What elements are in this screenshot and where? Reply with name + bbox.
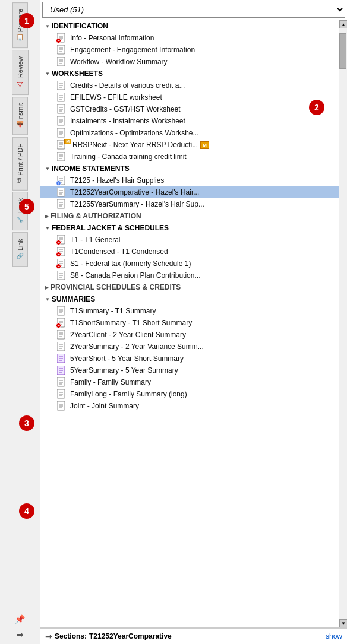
item-5yearshort[interactable]: 5YearShort - 5 Year Short Summary xyxy=(40,353,339,364)
group-filing[interactable]: ▶ FILING & AUTHORIZATION xyxy=(40,210,339,222)
show-link[interactable]: show xyxy=(326,632,342,640)
item-t21255year[interactable]: T21255YearSummary - Hazel's Hair Sup... xyxy=(40,198,339,210)
expand-identification: ▼ xyxy=(45,24,50,29)
item-t1condensed[interactable]: − T1Condensed - T1 Condensed xyxy=(40,246,339,258)
scrollbar-thumb[interactable] xyxy=(339,33,346,69)
t2125-icon: ? xyxy=(57,176,68,185)
item-engagement[interactable]: Engagement - Engagement Information xyxy=(40,44,339,56)
scrollbar-track[interactable] xyxy=(339,28,347,619)
item-2yearsummary[interactable]: 2YearSummary - 2 Year Variance Summ... xyxy=(40,341,339,353)
2yearclient-label: 2YearClient - 2 Year Client Summary xyxy=(70,331,186,339)
2yearsummary-icon xyxy=(57,342,68,351)
tab-review[interactable]: ⚠ Review xyxy=(12,50,29,95)
item-t1[interactable]: − T1 - T1 General xyxy=(40,234,339,246)
2yearclient-icon xyxy=(57,330,68,340)
rrspnext-label: RRSPNext - Next Year RRSP Deducti... xyxy=(72,141,198,149)
joint-label: Joint - Joint Summary xyxy=(70,402,139,410)
item-t1shortsummary[interactable]: − T1ShortSummary - T1 Short Summary xyxy=(40,317,339,329)
t21252year-label: T21252YearComparative - Hazel's Hair... xyxy=(70,188,199,196)
tab-transmit[interactable]: 📤 nsmit xyxy=(12,97,28,135)
workflow-label: Workflow - Workflow Summary xyxy=(70,58,168,66)
main-panel: Used (51) ▼ IDENTIFICATION − xyxy=(40,0,347,644)
expand-summaries: ▼ xyxy=(45,297,50,302)
item-gstcredits[interactable]: GSTCredits - GST/HST Worksheet xyxy=(40,103,339,115)
provincial-label: PROVINCIAL SCHEDULES & CREDITS xyxy=(51,283,181,291)
status-arrow-icon: ➡ xyxy=(45,632,52,641)
info-icon: − xyxy=(57,33,68,43)
item-workflow[interactable]: Workflow - Workflow Summary xyxy=(40,56,339,68)
item-2yearclient[interactable]: 2YearClient - 2 Year Client Summary xyxy=(40,329,339,341)
credits-icon xyxy=(57,81,68,90)
item-t21252year[interactable]: T21252YearComparative - Hazel's Hair... xyxy=(40,186,339,198)
print-icon: 🖨 xyxy=(17,177,24,183)
tree-container[interactable]: ▼ IDENTIFICATION − Info - Personal Infor… xyxy=(40,20,339,627)
transmit-icon: 📤 xyxy=(17,122,23,129)
gstcredits-icon xyxy=(57,104,68,114)
link-label: Link xyxy=(17,239,24,250)
engagement-icon xyxy=(57,45,68,55)
optimizations-icon xyxy=(57,128,68,138)
annotation-5: 5 xyxy=(19,199,34,214)
item-training[interactable]: Training - Canada training credit limit xyxy=(40,151,339,163)
filing-label: FILING & AUTHORIZATION xyxy=(51,212,141,220)
item-s8[interactable]: S8 - Canada Pension Plan Contribution... xyxy=(40,269,339,281)
item-efilews[interactable]: EFILEWS - EFILE worksheet xyxy=(40,91,339,103)
dropdown-bar: Used (51) xyxy=(40,0,347,20)
annotation-3: 3 xyxy=(19,415,34,431)
training-label: Training - Canada training credit limit xyxy=(70,153,187,161)
item-family[interactable]: Family - Family Summary xyxy=(40,376,339,388)
t21252year-icon xyxy=(57,188,68,197)
item-s1[interactable]: − S1 - Federal tax (formerly Schedule 1) xyxy=(40,258,339,269)
t1summary-icon xyxy=(57,306,68,316)
group-federal-jacket[interactable]: ▼ FEDERAL JACKET & SCHEDULES xyxy=(40,222,339,234)
status-text: Sections: xyxy=(55,632,87,640)
expand-provincial: ▶ xyxy=(45,285,49,290)
status-bar: ➡ Sections: T21252YearComparative show xyxy=(40,627,347,644)
item-rrspnext[interactable]: M RRSPNext - Next Year RRSP Deducti... M xyxy=(40,139,339,151)
instalments-label: Instalments - Instalments Worksheet xyxy=(70,117,185,125)
t21255year-icon xyxy=(57,199,68,209)
expand-filing: ▶ xyxy=(45,214,49,219)
item-credits[interactable]: Credits - Details of various credit a... xyxy=(40,80,339,91)
income-statements-label: INCOME STATEMENTS xyxy=(52,164,130,173)
prepare-icon: 📋 xyxy=(17,34,23,42)
group-worksheets[interactable]: ▼ WORKSHEETS xyxy=(40,68,339,80)
annotation-2: 2 xyxy=(309,100,324,115)
used-dropdown[interactable]: Used (51) xyxy=(42,2,345,18)
review-label: Review xyxy=(17,56,24,78)
scroll-down-button[interactable]: ▼ xyxy=(339,619,347,627)
tab-print-pdf[interactable]: 🖨 Print / PDF xyxy=(12,137,28,191)
t1summary-label: T1Summary - T1 Summary xyxy=(70,307,156,315)
item-t2125[interactable]: ? T2125 - Hazel's Hair Supplies xyxy=(40,175,339,186)
forward-icon: ➡ xyxy=(17,630,24,639)
5yearsummary-label: 5YearSummary - 5 Year Summary xyxy=(70,366,178,375)
summaries-label: SUMMARIES xyxy=(52,295,95,303)
item-5yearsummary[interactable]: 5YearSummary - 5 Year Summary xyxy=(40,364,339,376)
item-optimizations[interactable]: Optimizations - Optimizations Workshe... xyxy=(40,127,339,139)
link-icon: 🔗 xyxy=(17,253,23,261)
efilews-icon xyxy=(57,93,68,102)
family-label: Family - Family Summary xyxy=(70,378,151,386)
workflow-icon xyxy=(57,57,68,66)
scroll-up-button[interactable]: ▲ xyxy=(339,20,347,28)
credits-label: Credits - Details of various credit a... xyxy=(70,81,185,90)
engagement-label: Engagement - Engagement Information xyxy=(70,46,195,54)
familylong-icon xyxy=(57,389,68,399)
expand-worksheets: ▼ xyxy=(45,71,50,77)
item-info[interactable]: − Info - Personal Information xyxy=(40,32,339,44)
group-identification[interactable]: ▼ IDENTIFICATION xyxy=(40,20,339,32)
review-icon: ⚠ xyxy=(16,80,24,88)
tab-link[interactable]: 🔗 Link xyxy=(12,232,28,267)
instalments-icon xyxy=(57,116,68,126)
group-income-statements[interactable]: ▼ INCOME STATEMENTS xyxy=(40,163,339,175)
group-summaries[interactable]: ▼ SUMMARIES xyxy=(40,293,339,305)
tree-area: ▼ IDENTIFICATION − Info - Personal Infor… xyxy=(40,20,347,627)
joint-icon xyxy=(57,401,68,411)
item-instalments[interactable]: Instalments - Instalments Worksheet xyxy=(40,115,339,127)
group-provincial[interactable]: ▶ PROVINCIAL SCHEDULES & CREDITS xyxy=(40,281,339,293)
m-badge: M xyxy=(200,141,209,149)
item-familylong[interactable]: FamilyLong - Family Summary (long) xyxy=(40,388,339,400)
item-t1summary[interactable]: T1Summary - T1 Summary xyxy=(40,305,339,317)
efilews-label: EFILEWS - EFILE worksheet xyxy=(70,93,162,101)
item-joint[interactable]: Joint - Joint Summary xyxy=(40,400,339,412)
